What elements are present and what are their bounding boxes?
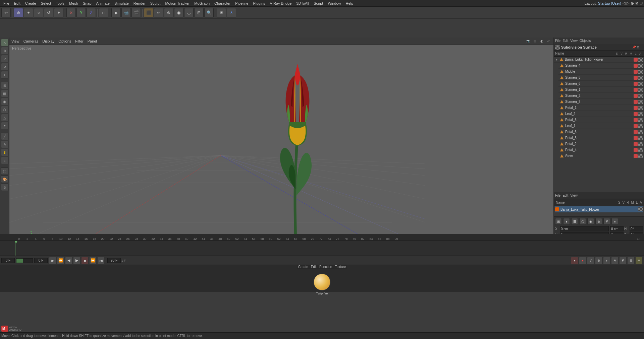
ri-move2[interactable]: ⊕ [595,257,602,264]
left-btn15[interactable]: ⌂ [1,157,8,164]
left-rotate[interactable]: ↺ [1,63,8,70]
am-item-tulip[interactable]: Banja_Luka_Tulip_Flower [555,206,643,212]
menu-tools[interactable]: Tools [54,1,66,6]
vp-filter[interactable]: Filter [75,39,83,43]
left-btn17[interactable]: 🎨 [1,176,8,183]
left-btn16[interactable]: ⬚ [1,167,8,175]
coord-icon-2[interactable]: ● [563,218,570,225]
zaxis-button[interactable]: Z [87,8,96,17]
menu-edit[interactable]: Edit [12,1,22,6]
layout-profile[interactable]: Startup (User) [598,1,621,5]
ri-keyframe[interactable]: ⬧ [603,257,610,264]
vp-display[interactable]: Display [42,39,54,43]
coord-icon-3[interactable]: ☰ [571,218,578,225]
om-item-middle[interactable]: Middle [558,69,644,75]
om-pin-icon[interactable]: 📌 [632,46,636,49]
menu-animate[interactable]: Animate [94,1,112,6]
vp-icon-shade[interactable]: ◐ [539,38,545,44]
menu-file[interactable]: File [1,1,11,6]
menu-render[interactable]: Render [131,1,148,6]
vp-options[interactable]: Options [58,39,71,43]
coord-icon-7[interactable]: P [603,218,610,225]
left-btn11[interactable]: ✦ [1,122,8,129]
layout-icon-menu[interactable]: ⊡ [640,1,643,5]
plus-button[interactable]: + [54,8,63,17]
material-thumbnail[interactable] [314,274,330,290]
vp-panel[interactable]: Panel [88,39,97,43]
tl-scrub[interactable] [16,258,33,263]
pen-tool[interactable]: ✏ [154,8,163,17]
left-btn7[interactable]: ▦ [1,90,8,97]
ri-record[interactable]: ● [571,257,578,264]
camera-tool[interactable]: ⊞ [194,8,204,17]
mat-create[interactable]: Create [298,265,308,269]
left-btn12[interactable]: ╱ [1,133,8,140]
light-btn[interactable]: ☀ [217,8,226,17]
om-item-petal4[interactable]: Petal_4 [558,147,644,153]
menu-select[interactable]: Select [39,1,53,6]
om-file[interactable]: File [555,39,560,43]
om-item-stamen2[interactable]: Stamen_2 [558,93,644,99]
left-btn14[interactable]: $ [1,149,8,156]
layout-icon-next[interactable]: ▷ [627,1,629,5]
coord-icon-4[interactable]: ⬡ [579,218,586,225]
pb-go-start[interactable]: ⏮ [49,257,56,264]
tl-fps[interactable]: 90 F [107,258,121,263]
menu-simulate[interactable]: Simulate [112,1,131,6]
ri-stop2[interactable]: ● [579,257,586,264]
vp-view[interactable]: View [11,39,19,43]
menu-3dtoall[interactable]: 3DToAll [294,1,311,6]
menu-character[interactable]: Character [212,1,232,6]
om-item-leaf1[interactable]: Leaf_1 [558,123,644,129]
circle-tool[interactable]: ◉ [174,8,183,17]
menu-pipeline[interactable]: Pipeline [233,1,250,6]
om-objects[interactable]: Objects [580,39,591,43]
menu-help[interactable]: Help [344,1,356,6]
layout-icon-lock[interactable]: ⊠ [635,1,638,5]
am-edit[interactable]: Edit [562,194,568,197]
am-file[interactable]: File [555,194,560,197]
menu-window[interactable]: Window [326,1,343,6]
left-btn13[interactable]: ✎ [1,141,8,148]
om-item-stamen4[interactable]: Stamen_4 [558,63,644,69]
ri-motion[interactable]: ≋ [611,257,619,264]
menu-vray[interactable]: V-Ray Bridge [268,1,294,6]
om-expand-icon[interactable]: ⊠ [637,46,639,49]
left-btn18[interactable]: ⊙ [1,184,8,191]
om-item-leaf2[interactable]: Leaf_2 [558,111,644,117]
cube-tool[interactable]: ⬛ [144,8,153,17]
pb-play-back[interactable]: ◀ [65,257,72,264]
render-all[interactable]: 🎬 [131,8,141,17]
layout-icon-prev[interactable]: ◁ [623,1,625,5]
coord-x-size[interactable] [610,226,624,231]
tl-frame-start[interactable]: 0 F [1,258,15,263]
undo-button[interactable]: ↩ [1,8,11,17]
coord-h[interactable] [630,226,643,231]
left-btn10[interactable]: △ [1,114,8,121]
om-item-stamen6[interactable]: Stamen_6 [558,81,644,87]
menu-sculpt[interactable]: Sculpt [148,1,163,6]
render-view[interactable]: 📹 [121,8,131,17]
vp-cameras[interactable]: Cameras [23,39,39,43]
ri-camera2[interactable]: P [619,257,627,264]
vp-icon-maximize[interactable]: ⤢ [545,38,551,44]
left-move[interactable]: ⊕ [1,47,8,54]
yaxis-button[interactable]: Y [76,8,86,17]
rotate-button[interactable]: ○ [34,8,43,17]
coord-icon-8[interactable]: ≡ [611,218,618,225]
python-btn[interactable]: λ [227,8,236,17]
om-edit[interactable]: Edit [562,39,568,43]
left-btn6[interactable]: ⊞ [1,82,8,89]
timeline-track[interactable] [0,241,644,256]
tl-frame-current[interactable]: 0 F [34,258,48,263]
loop-tool[interactable]: ⊕ [164,8,173,17]
mat-edit[interactable]: Edit [311,265,317,269]
ri-q[interactable]: ? [587,257,594,264]
menu-script[interactable]: Script [312,1,325,6]
om-menu-icon[interactable]: ☰ [640,46,643,49]
left-btn9[interactable]: ⬡ [1,106,8,113]
ri-list[interactable]: ≡ [635,257,643,264]
menu-mograph[interactable]: MoGraph [192,1,212,6]
om-item-petal5[interactable]: Petal_5 [558,117,644,123]
left-select[interactable]: ↖ [1,39,8,46]
